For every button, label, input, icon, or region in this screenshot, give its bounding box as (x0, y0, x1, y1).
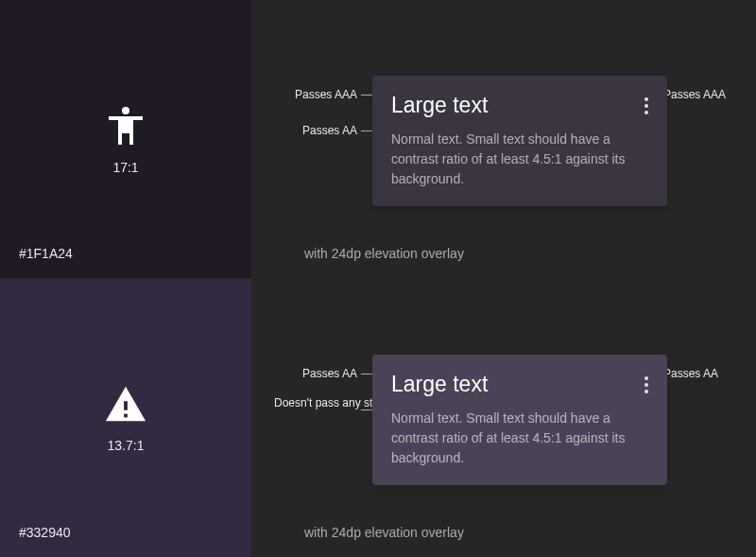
label-large-text-rating: Passes AA (274, 367, 357, 380)
card-large-text: Large text (391, 372, 488, 397)
svg-rect-2 (124, 414, 128, 418)
example-panel: Passes AAA Passes AA Passes AAA Large te… (251, 0, 756, 278)
card-body-text: Normal text. Small text should have a co… (391, 409, 648, 468)
svg-rect-1 (124, 401, 128, 410)
label-body-text-rating: Doesn't pass any standards (274, 396, 357, 410)
card-body-text: Normal text. Small text should have a co… (391, 130, 648, 189)
card-large-text: Large text (391, 93, 488, 118)
contrast-ratio: 17:1 (112, 160, 138, 175)
panel-caption: with 24dp elevation overlay (304, 525, 464, 540)
warning-icon (104, 383, 147, 426)
label-icon-rating: Passes AAA (663, 88, 726, 101)
contrast-ratio: 13.7:1 (108, 438, 145, 453)
example-panel: Passes AA Doesn't pass any standards Pas… (251, 279, 756, 557)
color-swatch: 13.7:1 #332940 (0, 279, 251, 557)
example-card: Large text Normal text. Small text shoul… (372, 76, 667, 206)
more-vert-icon[interactable] (644, 376, 648, 393)
more-vert-icon[interactable] (644, 97, 648, 114)
label-body-text-rating: Passes AA (274, 124, 357, 137)
contrast-row-2: 13.7:1 #332940 Passes AA Doesn't pass an… (0, 279, 756, 557)
label-icon-rating: Passes AA (663, 367, 718, 380)
contrast-row-1: 17:1 #1F1A24 Passes AAA Passes AA Passes… (0, 0, 756, 279)
svg-point-0 (122, 107, 129, 114)
hex-code: #1F1A24 (19, 246, 73, 261)
hex-code: #332940 (19, 525, 71, 540)
example-card: Large text Normal text. Small text shoul… (372, 355, 667, 485)
accessibility-icon (103, 103, 148, 148)
color-swatch: 17:1 #1F1A24 (0, 0, 251, 278)
label-large-text-rating: Passes AAA (274, 88, 357, 101)
panel-caption: with 24dp elevation overlay (304, 246, 464, 261)
